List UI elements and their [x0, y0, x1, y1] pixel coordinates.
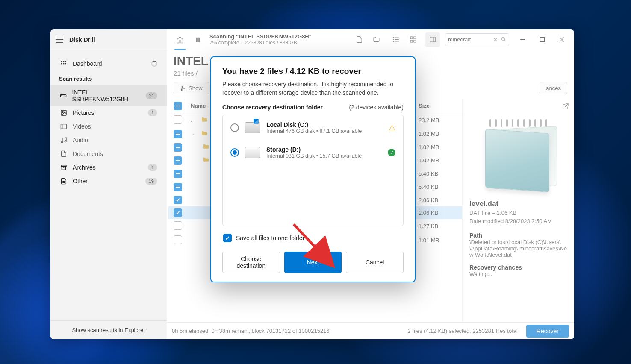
sidebar-top: Disk Drill [50, 29, 167, 50]
dashboard-icon [60, 60, 68, 67]
sidebar-item-pictures[interactable]: Pictures1 [50, 106, 167, 120]
vid-icon [60, 123, 68, 130]
pic-icon [60, 109, 68, 116]
sidebar-dashboard[interactable]: Dashboard [50, 57, 167, 70]
sidebar-dashboard-label: Dashboard [73, 60, 102, 67]
destination-radio[interactable] [230, 148, 239, 157]
sidebar-item-badge: 19 [145, 178, 157, 185]
sidebar: Dashboard Scan results INTEL SSDPEKNW512… [50, 50, 167, 339]
next-button[interactable]: Next [284, 252, 342, 273]
modal-title: You have 2 files / 4.12 KB to recover [222, 67, 404, 76]
sidebar-item-audio[interactable]: Audio [50, 133, 167, 147]
destination-d[interactable]: Storage (D:)Internal 931 GB disk • 15.7 … [223, 140, 403, 165]
spinner-icon [151, 61, 157, 67]
save-one-folder-option[interactable]: Save all files to one folder [222, 234, 404, 242]
svg-point-27 [62, 95, 62, 96]
sidebar-item-label: Videos [73, 123, 91, 130]
destination-name: Storage (D:) [266, 146, 382, 153]
sidebar-item-label: Other [73, 178, 88, 185]
recovery-modal: You have 2 files / 4.12 KB to recover Pl… [210, 56, 416, 282]
sidebar-header: Scan results [50, 70, 167, 85]
sidebar-item-label: Archives [73, 164, 96, 171]
choose-destination-button[interactable]: Choose destination [222, 252, 280, 273]
sidebar-item-videos[interactable]: Videos [50, 120, 167, 133]
destination-c[interactable]: Local Disk (C:)Internal 476 GB disk • 87… [223, 115, 403, 140]
sidebar-item-badge: 1 [148, 109, 157, 116]
destination-detail: Internal 931 GB disk • 15.7 GB available [266, 153, 382, 159]
sidebar-footer-link[interactable]: Show scan results in Explorer [50, 320, 167, 339]
svg-rect-24 [63, 63, 65, 65]
hamburger-icon[interactable] [56, 37, 63, 43]
modal-choose-label: Choose recovery destination folder [222, 104, 323, 111]
check-icon: ✓ [388, 149, 395, 156]
destination-detail: Internal 476 GB disk • 87.1 GB available [266, 128, 383, 134]
modal-description: Please choose recovery destination. It i… [222, 80, 404, 97]
cancel-button[interactable]: Cancel [346, 252, 404, 273]
sidebar-item-other[interactable]: Other19 [50, 174, 167, 188]
svg-rect-20 [61, 61, 62, 62]
drive-icon [245, 147, 260, 158]
sidebar-item-intel-ssdpeknw512g8h[interactable]: INTEL SSDPEKNW512G8H21 [50, 85, 167, 106]
arc-icon [60, 164, 68, 171]
warning-icon: ⚠ [389, 123, 395, 132]
sidebar-item-label: INTEL SSDPEKNW512G8H [72, 89, 140, 103]
save-one-checkbox[interactable] [223, 234, 232, 242]
destination-list: Local Disk (C:)Internal 476 GB disk • 87… [222, 115, 404, 226]
drive-icon [60, 92, 67, 99]
modal-available: (2 devices available) [349, 104, 404, 111]
destination-name: Local Disk (C:) [266, 121, 383, 128]
sidebar-item-archives[interactable]: Archives1 [50, 161, 167, 174]
svg-rect-25 [65, 63, 66, 65]
svg-rect-22 [65, 61, 66, 62]
svg-point-34 [65, 141, 66, 142]
sidebar-item-label: Audio [73, 137, 88, 144]
svg-rect-23 [61, 63, 62, 65]
svg-rect-21 [63, 61, 65, 62]
svg-rect-26 [61, 94, 66, 97]
svg-point-29 [62, 112, 64, 113]
destination-radio[interactable] [230, 123, 239, 132]
sidebar-item-label: Pictures [73, 109, 94, 116]
sidebar-item-badge: 21 [146, 92, 157, 99]
sidebar-item-documents[interactable]: Documents [50, 147, 167, 161]
aud-icon [60, 137, 68, 144]
svg-rect-36 [62, 166, 65, 170]
drive-icon [245, 122, 260, 133]
app-title: Disk Drill [69, 36, 95, 43]
doc-icon [60, 150, 68, 157]
svg-rect-30 [61, 124, 66, 129]
sidebar-item-badge: 1 [148, 164, 157, 171]
oth-icon [60, 178, 68, 185]
svg-point-33 [61, 141, 63, 143]
sidebar-item-label: Documents [73, 150, 103, 157]
